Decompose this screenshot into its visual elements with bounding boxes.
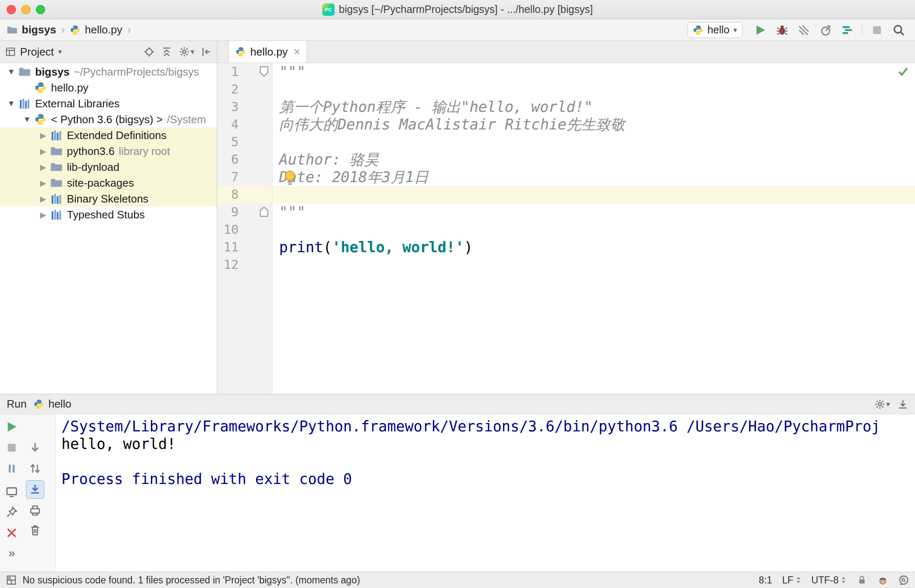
line-number[interactable]: 3 xyxy=(217,98,272,116)
pause-output-button[interactable] xyxy=(3,459,21,478)
tree-item-external-libraries[interactable]: ▼ External Libraries xyxy=(0,96,217,112)
rerun-button[interactable] xyxy=(3,418,21,436)
close-window-button[interactable] xyxy=(7,5,16,14)
close-tab-icon[interactable]: × xyxy=(294,46,300,58)
project-toolwindow-icon xyxy=(5,46,16,57)
python-file-icon xyxy=(34,81,47,94)
editor[interactable]: 1 2 3 4 5 6 7 8 9 10 11 12 """ 第一个Python… xyxy=(217,63,915,394)
encoding-widget[interactable]: UTF-8 xyxy=(811,575,846,586)
line-number[interactable]: 5 xyxy=(217,133,272,151)
chevron-expanded-icon[interactable]: ▼ xyxy=(4,67,18,76)
tree-item-typeshed-stubs[interactable]: ▶ Typeshed Stubs xyxy=(0,207,217,223)
python-icon xyxy=(34,113,47,126)
run-console-output[interactable]: /System/Library/Frameworks/Python.framew… xyxy=(56,414,915,572)
stacktrace-nav-button[interactable] xyxy=(26,459,44,478)
tree-item-bigsys[interactable]: ▼ bigsys ~/PycharmProjects/bigsys xyxy=(0,64,217,80)
event-log-bubble-icon[interactable] xyxy=(898,575,909,585)
editor-area: hello.py × 1 2 3 4 5 6 7 8 9 10 11 12 xyxy=(217,41,915,394)
caret-position-widget[interactable]: 8:1 xyxy=(759,575,772,586)
print-console-button[interactable] xyxy=(26,501,44,520)
clear-console-button[interactable] xyxy=(26,521,44,540)
folder-icon xyxy=(7,25,18,35)
lock-icon[interactable] xyxy=(857,575,867,585)
inspection-ok-icon[interactable] xyxy=(897,66,909,77)
run-panel-body: » /System/Library/Frameworks/Python.fram… xyxy=(0,414,915,572)
line-number[interactable]: 12 xyxy=(217,256,272,274)
traffic-lights xyxy=(7,5,45,14)
run-config-tab[interactable]: hello xyxy=(33,398,71,411)
pycharm-window: PC bigsys [~/PycharmProjects/bigsys] - .… xyxy=(0,0,915,588)
hide-toolbar-button[interactable]: » xyxy=(3,544,21,562)
run-panel-title[interactable]: Run xyxy=(7,398,27,411)
line-number[interactable]: 7 xyxy=(217,168,272,186)
tab-hello-py[interactable]: hello.py × xyxy=(228,41,307,63)
line-number[interactable]: 4 xyxy=(217,116,272,133)
stop-button[interactable] xyxy=(3,438,21,457)
trash-icon xyxy=(29,524,41,537)
bug-icon xyxy=(776,24,788,36)
line-number[interactable]: 11 xyxy=(217,238,272,256)
chevron-collapsed-icon[interactable]: ▶ xyxy=(36,178,50,188)
chevron-collapsed-icon[interactable]: ▶ xyxy=(36,194,50,204)
code-line: """ xyxy=(272,63,915,81)
chevron-collapsed-icon[interactable]: ▶ xyxy=(36,147,50,156)
tree-item-python-sdk[interactable]: ▼ < Python 3.6 (bigsys) > /System xyxy=(0,112,217,127)
tree-item-binary-skeletons[interactable]: ▶ Binary Skeletons xyxy=(0,191,217,207)
minimize-window-button[interactable] xyxy=(21,5,30,14)
fold-region-end-icon[interactable] xyxy=(259,206,269,218)
project-panel-title[interactable]: Project xyxy=(20,46,54,58)
collapse-all-icon[interactable] xyxy=(161,46,172,57)
pin-tab-button[interactable] xyxy=(3,503,21,521)
tree-item-hello-py[interactable]: hello.py xyxy=(0,80,217,96)
play-icon xyxy=(5,421,18,433)
console-line: Process finished with exit code 0 xyxy=(61,470,915,488)
project-tree: ▼ bigsys ~/PycharmProjects/bigsys hello.… xyxy=(0,63,217,394)
chevron-collapsed-icon[interactable]: ▶ xyxy=(36,210,50,220)
line-number[interactable]: 8 xyxy=(217,186,272,203)
run-configuration-select[interactable]: hello ▾ xyxy=(687,22,742,38)
code-line: print('hello, world!') xyxy=(272,238,915,256)
tree-item-lib-dynload[interactable]: ▶ lib-dynload xyxy=(0,159,217,175)
restore-layout-button[interactable] xyxy=(3,483,21,501)
up-down-arrows-icon xyxy=(796,576,801,584)
debug-button[interactable] xyxy=(773,20,792,40)
dock-panel-icon[interactable] xyxy=(897,399,908,410)
breadcrumb-file[interactable]: hello.py xyxy=(85,23,122,36)
scroll-down-button[interactable] xyxy=(26,438,44,457)
tree-item-python36-root[interactable]: ▶ python3.6 library root xyxy=(0,143,217,159)
run-button[interactable] xyxy=(751,20,770,40)
hector-inspector-icon[interactable] xyxy=(877,575,888,585)
tree-item-label: lib-dynload xyxy=(67,161,119,174)
zoom-window-button[interactable] xyxy=(36,5,45,14)
line-number[interactable]: 10 xyxy=(217,221,272,238)
run-with-coverage-button[interactable] xyxy=(794,20,813,40)
breadcrumb-project[interactable]: bigsys xyxy=(22,23,56,36)
fold-region-start-icon[interactable] xyxy=(259,66,269,77)
scroll-to-end-button[interactable] xyxy=(26,480,44,499)
line-number[interactable]: 2 xyxy=(217,81,272,98)
toolwindow-switcher-icon[interactable] xyxy=(6,575,17,585)
panel-settings-button[interactable]: ▾ xyxy=(179,46,194,57)
tree-item-site-packages[interactable]: ▶ site-packages xyxy=(0,175,217,191)
chevron-expanded-icon[interactable]: ▼ xyxy=(20,115,34,124)
chevron-expanded-icon[interactable]: ▼ xyxy=(4,99,18,108)
line-ending-widget[interactable]: LF xyxy=(782,575,801,586)
chevron-collapsed-icon[interactable]: ▶ xyxy=(36,131,50,140)
profiler-button[interactable] xyxy=(816,20,835,40)
play-icon xyxy=(754,24,767,36)
pause-icon xyxy=(5,462,18,475)
docstring-text: 第一个Python程序 - 输出"hello, world!" xyxy=(279,99,593,115)
search-everywhere-button[interactable] xyxy=(889,20,908,40)
locate-file-icon[interactable] xyxy=(144,46,155,57)
close-console-button[interactable] xyxy=(3,524,21,542)
intention-bulb-icon[interactable] xyxy=(283,170,297,186)
hide-panel-icon[interactable] xyxy=(201,46,212,57)
run-settings-button[interactable]: ▾ xyxy=(874,399,890,410)
line-number[interactable]: 6 xyxy=(217,151,272,168)
tree-item-extended-definitions[interactable]: ▶ Extended Definitions xyxy=(0,127,217,143)
code-area[interactable]: """ 第一个Python程序 - 输出"hello, world!" 向伟大的… xyxy=(272,63,915,394)
arrows-up-down-icon xyxy=(29,462,41,475)
stop-button[interactable] xyxy=(867,20,887,40)
concurrency-diagram-button[interactable] xyxy=(838,20,857,40)
chevron-collapsed-icon[interactable]: ▶ xyxy=(36,162,50,172)
